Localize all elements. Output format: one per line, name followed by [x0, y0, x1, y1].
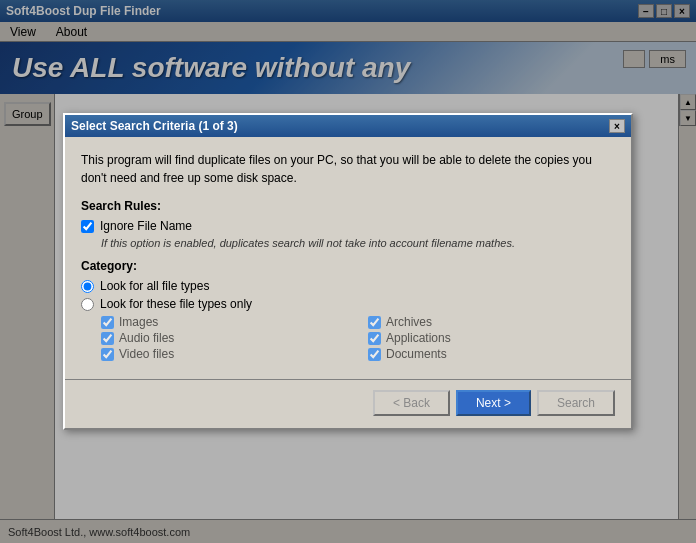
- label-applications: Applications: [386, 331, 451, 345]
- radio-all-types[interactable]: [81, 280, 94, 293]
- file-type-applications: Applications: [368, 331, 615, 345]
- next-button[interactable]: Next >: [456, 390, 531, 416]
- dialog-body: This program will find duplicate files o…: [65, 137, 631, 371]
- dialog-title: Select Search Criteria (1 of 3): [71, 119, 238, 133]
- label-archives: Archives: [386, 315, 432, 329]
- radio-specific-label[interactable]: Look for these file types only: [100, 297, 252, 311]
- ignore-filename-checkbox[interactable]: [81, 220, 94, 233]
- label-images: Images: [119, 315, 158, 329]
- category-section: Category: Look for all file types Look f…: [81, 259, 615, 361]
- category-label: Category:: [81, 259, 615, 273]
- checkbox-documents[interactable]: [368, 348, 381, 361]
- radio-specific-types[interactable]: [81, 298, 94, 311]
- radio-all-row: Look for all file types: [81, 279, 615, 293]
- file-type-audio: Audio files: [101, 331, 348, 345]
- search-rules-label: Search Rules:: [81, 199, 615, 213]
- label-audio: Audio files: [119, 331, 174, 345]
- dialog-description: This program will find duplicate files o…: [81, 151, 615, 187]
- ignore-filename-row: Ignore File Name: [81, 219, 615, 233]
- checkbox-images[interactable]: [101, 316, 114, 329]
- file-type-images: Images: [101, 315, 348, 329]
- radio-specific-row: Look for these file types only: [81, 297, 615, 311]
- file-type-documents: Documents: [368, 347, 615, 361]
- checkbox-archives[interactable]: [368, 316, 381, 329]
- dialog-title-bar: Select Search Criteria (1 of 3) ×: [65, 115, 631, 137]
- radio-all-label[interactable]: Look for all file types: [100, 279, 209, 293]
- dialog-close-button[interactable]: ×: [609, 119, 625, 133]
- ignore-filename-label[interactable]: Ignore File Name: [100, 219, 192, 233]
- label-documents: Documents: [386, 347, 447, 361]
- back-button[interactable]: < Back: [373, 390, 450, 416]
- dialog-footer: < Back Next > Search: [65, 379, 631, 428]
- checkbox-audio[interactable]: [101, 332, 114, 345]
- checkbox-applications[interactable]: [368, 332, 381, 345]
- modal-overlay: Select Search Criteria (1 of 3) × This p…: [0, 0, 696, 543]
- file-types-grid: Images Archives Audio files Applications: [101, 315, 615, 361]
- checkbox-video[interactable]: [101, 348, 114, 361]
- file-type-archives: Archives: [368, 315, 615, 329]
- ignore-filename-hint: If this option is enabled, duplicates se…: [101, 237, 615, 249]
- file-type-video: Video files: [101, 347, 348, 361]
- search-button[interactable]: Search: [537, 390, 615, 416]
- dialog: Select Search Criteria (1 of 3) × This p…: [63, 113, 633, 430]
- label-video: Video files: [119, 347, 174, 361]
